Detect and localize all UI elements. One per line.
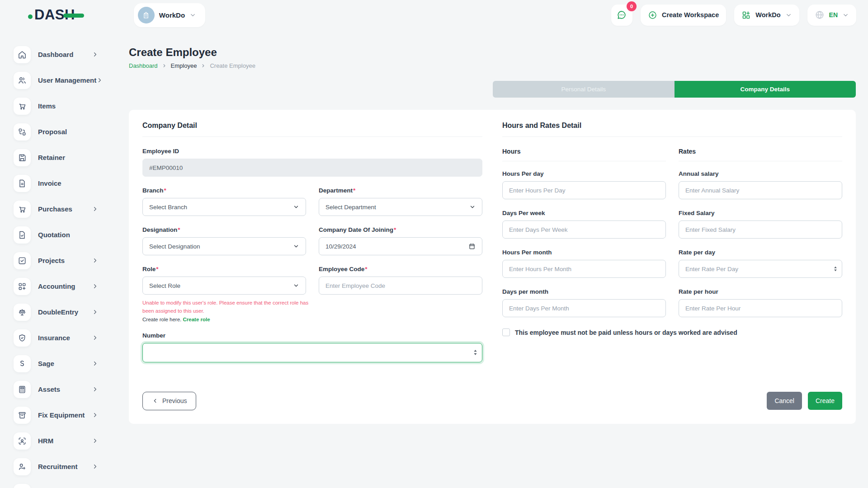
grid-plus-icon [741,10,751,20]
department-select[interactable]: Select Department [319,198,482,216]
branch-select[interactable]: Select Branch [142,198,306,216]
sidebar-item-label: Assets [38,385,60,393]
hours-days-per-week-field[interactable] [502,221,666,239]
globe-icon [815,10,825,20]
sidebar-item-label: Invoice [38,179,61,187]
number-field[interactable] [142,343,482,362]
page-title: Create Employee [129,46,856,59]
number-label: Number [142,332,165,339]
sidebar-item-fix-equipment[interactable]: Fix Equipment [0,402,108,428]
check-square-icon [14,252,31,269]
hours-hours-per-day-field[interactable] [502,181,666,199]
unpaid-unless-advised-checkbox[interactable] [502,328,510,336]
rates-annual-salary-field[interactable] [679,181,842,199]
sidebar-item-purchases[interactable]: Purchases [0,196,108,222]
sidebar-item-accounting[interactable]: Accounting [0,273,108,299]
rates-rate-per-hour-field[interactable] [679,299,842,317]
chevron-right-icon [92,412,99,418]
sidebar-item-assets[interactable]: Assets [0,376,108,402]
company-detail-heading: Company Detail [142,122,482,137]
sidebar-item-proposal[interactable]: Proposal [0,119,108,145]
messages-button[interactable]: 0 [611,5,632,26]
rates-subheading: Rates [679,148,842,161]
previous-button[interactable]: Previous [142,392,196,410]
sidebar-item-invoice[interactable]: Invoice [0,170,108,196]
number-stepper-icon[interactable] [473,349,477,356]
rates-rate-per-day-field[interactable] [679,260,842,278]
chevron-right-icon [92,360,99,367]
sidebar-item-dashboard[interactable]: Dashboard [0,42,108,67]
sidebar-item-items[interactable]: Items [0,93,108,119]
chevron-right-icon [92,283,99,290]
sidebar-item-label: Recruitment [38,463,78,470]
create-role-link[interactable]: Create role [183,317,210,322]
sidebar-item-recruitment[interactable]: Recruitment [0,454,108,479]
sidebar-item-quotation[interactable]: Quotation [0,222,108,248]
chevron-right-icon [92,437,99,444]
sidebar-item-doubleentry[interactable]: DoubleEntry [0,299,108,325]
home-icon [14,46,31,63]
chevron-down-icon [469,204,476,210]
chat-icon [616,9,627,20]
cart-icon [14,201,31,218]
chevron-right-icon [92,463,99,470]
sidebar-item-user-management[interactable]: User Management [0,67,108,93]
rates-fixed-salary-field[interactable] [679,221,842,239]
tab-company-details[interactable]: Company Details [675,81,856,98]
tab-personal-details[interactable]: Personal Details [493,81,675,98]
breadcrumb: Dashboard Employee Create Employee [129,62,856,69]
dash-logo[interactable]: DASH [28,7,84,23]
form-footer: Previous Cancel Create [142,392,842,410]
chevron-right-icon [162,63,167,68]
sidebar-item-job-search[interactable]: Job Search [0,479,108,488]
cancel-button[interactable]: Cancel [767,392,802,410]
hours-days-per-month-field[interactable] [502,299,666,317]
sidebar-item-label: Purchases [38,205,72,213]
chevron-right-icon [92,386,99,393]
chevron-down-icon [293,204,299,210]
sidebar-item-label: Accounting [38,282,75,290]
required-asterisk: * [156,266,158,272]
sidebar-item-label: HRM [38,437,53,445]
save-icon [14,149,31,166]
sidebar-item-sage[interactable]: Sage [0,351,108,376]
role-select[interactable]: Select Role [142,277,306,295]
joining-date-field[interactable]: 10/29/2024 [319,237,482,255]
sidebar-item-label: User Management [38,76,96,84]
designation-select[interactable]: Select Designation [142,237,306,255]
number-stepper-icon[interactable] [834,266,837,272]
grid-plus-icon [14,278,31,295]
calendar-icon[interactable] [468,243,476,250]
building-icon [142,10,151,19]
breadcrumb-dashboard[interactable]: Dashboard [129,62,158,69]
main-content: Create Employee Dashboard Employee Creat… [108,27,868,488]
sidebar-item-label: Items [38,102,56,110]
workdo-menu[interactable]: WorkDo [734,5,799,26]
messages-count-badge: 0 [627,1,637,11]
breadcrumb-employee[interactable]: Employee [171,62,197,69]
create-button[interactable]: Create [808,392,842,410]
language-selector[interactable]: EN [807,5,856,26]
chevron-right-icon [92,309,99,315]
sidebar-item-retainer[interactable]: Retainer [0,145,108,170]
sidebar-nav: Dashboard User Management Items Proposal… [0,27,108,488]
rates-rate-per-hour-label: Rate per hour [679,288,718,295]
plus-circle-icon [648,10,657,20]
sidebar-item-label: Projects [38,257,65,264]
sidebar-item-label: Proposal [38,128,67,136]
rates-annual-salary-label: Annual salary [679,170,719,177]
sidebar-item-projects[interactable]: Projects [0,248,108,273]
sidebar-item-label: Insurance [38,334,70,342]
calculator-icon [14,381,31,398]
chevron-right-icon [92,51,99,58]
breadcrumb-current: Create Employee [210,62,255,69]
sidebar-item-hrm[interactable]: HRM [0,428,108,454]
create-workspace-button[interactable]: Create Workspace [641,5,726,26]
top-header: DASH WorkDo 0 Create Workspace WorkDo [0,0,868,27]
employee-code-field[interactable] [319,277,482,295]
logo-dash-icon [63,14,84,18]
workspace-selector[interactable]: WorkDo [134,3,205,27]
hours-hours-per-month-field[interactable] [502,260,666,278]
chevron-left-icon [152,398,158,404]
sidebar-item-insurance[interactable]: Insurance [0,325,108,351]
